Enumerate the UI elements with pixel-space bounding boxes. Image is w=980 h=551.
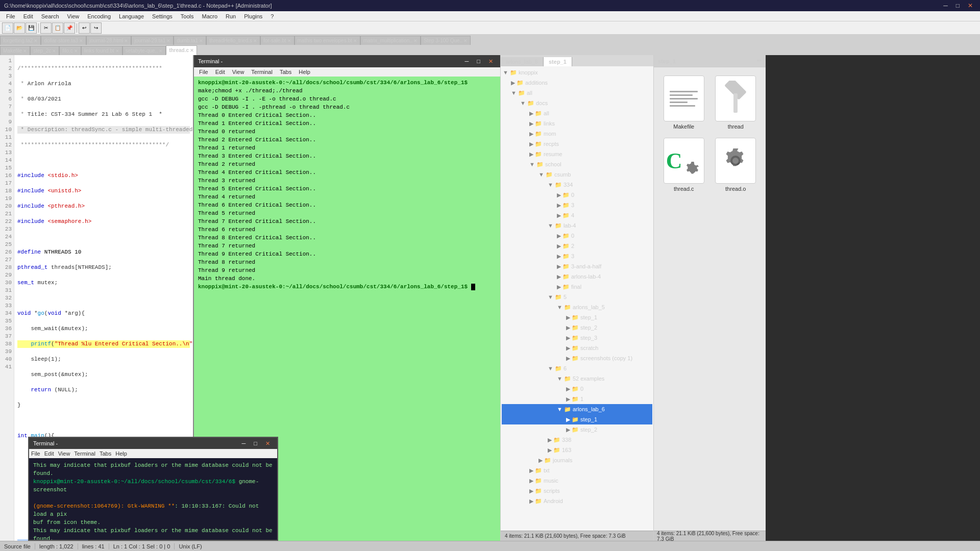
file-icon-makefile[interactable]: Makefile xyxy=(660,73,708,132)
bt-menu-terminal[interactable]: Terminal xyxy=(74,450,95,457)
tree-all[interactable]: ▼📁 all xyxy=(502,88,652,98)
bt-min[interactable]: ─ xyxy=(239,440,249,447)
maximize-btn[interactable]: □ xyxy=(953,2,963,9)
tree-final[interactable]: ▶📁 final xyxy=(502,282,652,292)
file-icon-threadc[interactable]: C thread.c xyxy=(660,136,708,194)
tree-links[interactable]: ▶📁 links xyxy=(502,118,652,129)
tab-dumb[interactable]: dumb.ta1 ✕ xyxy=(174,36,206,45)
terminal-min[interactable]: ─ xyxy=(462,58,472,65)
fm-tab-step1[interactable]: step_1 xyxy=(544,57,572,66)
tree-334-4[interactable]: ▶📁 4 xyxy=(502,210,652,220)
tree-lab4-0[interactable]: ▶📁 0 xyxy=(502,231,652,241)
menu-run[interactable]: Run xyxy=(222,12,240,20)
tab-step3[interactable]: Step 3-100 Que.. ✕ xyxy=(421,36,471,45)
tab-matrix[interactable]: matrix_multiplication.. ✕ xyxy=(360,36,421,45)
tree-3andhalf[interactable]: ▶📁 3-and-a-half xyxy=(502,261,652,271)
bt-menu-help[interactable]: Help xyxy=(115,450,127,457)
tree-music[interactable]: ▶📁 music xyxy=(502,475,652,486)
tree-lab4[interactable]: ▼📁 lab-4 xyxy=(502,220,652,231)
menu-file[interactable]: File xyxy=(2,12,19,20)
bt-menu-view[interactable]: View xyxy=(58,450,70,457)
tree-6[interactable]: ▼📁 6 xyxy=(502,363,652,373)
tree-school[interactable]: ▼📁 school xyxy=(502,159,652,169)
tree-lab5-step3[interactable]: ▶📁 step_3 xyxy=(502,333,652,343)
tree-52ex-0[interactable]: ▶📁 0 xyxy=(502,384,652,394)
term-menu-tabs[interactable]: Tabs xyxy=(277,68,295,76)
tree-knoppix[interactable]: ▼📁 knoppix xyxy=(502,67,652,78)
toolbar-new[interactable]: 📄 xyxy=(2,22,13,34)
menu-edit[interactable]: Edit xyxy=(19,12,37,20)
rp-edit-icon[interactable]: ✏ xyxy=(757,58,762,64)
tree-338[interactable]: ▶📁 338 xyxy=(502,435,652,445)
menu-view[interactable]: View xyxy=(63,12,84,20)
tree-android[interactable]: ▶📁 Android xyxy=(502,496,652,506)
tree-arlons-lab5[interactable]: ▼📁 arlons_lab_5 xyxy=(502,302,652,312)
tree-334-3[interactable]: ▶📁 3 xyxy=(502,200,652,210)
tree-arlons-lab4[interactable]: ▶📁 arlons-lab-4 xyxy=(502,271,652,282)
tree-additions[interactable]: ▶📁 additions xyxy=(502,78,652,88)
tree-journals[interactable]: ▶📁 journals xyxy=(502,455,652,465)
tab-filo[interactable]: filo.c ✕ xyxy=(59,46,81,55)
tree-lab5-screenshots[interactable]: ▶📁 screenshots (copy 1) xyxy=(502,353,652,363)
tab-for-sale[interactable]: for-sale.bt ✕ xyxy=(260,36,294,45)
tab-links-found[interactable]: links found.bt ✕ xyxy=(81,46,122,55)
tree-334[interactable]: ▼📁 334 xyxy=(502,180,652,190)
fm-tab-arlons[interactable]: arlons_lab_6 xyxy=(501,57,544,66)
term-menu-view[interactable]: View xyxy=(229,68,248,76)
tree-recpts[interactable]: ▶📁 recpts xyxy=(502,139,652,149)
term-menu-file[interactable]: File xyxy=(196,68,211,76)
toolbar-cut[interactable]: ✂ xyxy=(40,22,52,34)
bt-menu-file[interactable]: File xyxy=(31,450,40,457)
tab-step2c[interactable]: step_2c ✕ xyxy=(30,46,59,55)
tree-txt[interactable]: ▶📁 txt xyxy=(502,465,652,475)
tab-mathis[interactable]: mathis two envelopes.bt ✕ xyxy=(295,36,360,45)
tree-lab6-step2[interactable]: ▶📁 step_2 xyxy=(502,424,652,435)
toolbar-redo[interactable]: ↪ xyxy=(90,22,102,34)
terminal-close[interactable]: ✕ xyxy=(485,58,496,65)
file-icon-thread[interactable]: thread xyxy=(712,73,760,132)
tab-dollar-store[interactable]: dollar-store.ta3 ✕ xyxy=(41,36,86,45)
toolbar-paste[interactable]: 📌 xyxy=(64,22,75,34)
tab-journal-28[interactable]: journal-28.html ✕ xyxy=(86,36,131,45)
toolbar-open[interactable]: 📂 xyxy=(14,22,25,34)
tab-setabyte[interactable]: setabyte-que.. ✕ xyxy=(122,46,166,55)
bt-menu-edit[interactable]: Edit xyxy=(44,450,54,457)
menu-plugins[interactable]: Plugins xyxy=(240,12,266,20)
tree-scripts[interactable]: ▶📁 scripts xyxy=(502,486,652,496)
menu-settings[interactable]: Settings xyxy=(148,12,177,20)
tree-arlons-lab6[interactable]: ▼📁 arlons_lab_6 xyxy=(502,404,652,414)
menu-macro[interactable]: Macro xyxy=(198,12,222,20)
toolbar-undo[interactable]: ↩ xyxy=(79,22,90,34)
tree-lab5-scratch[interactable]: ▶📁 scratch xyxy=(502,343,652,353)
tree-resume[interactable]: ▶📁 resume xyxy=(502,149,652,159)
tree-mom[interactable]: ▶📁 mom xyxy=(502,129,652,139)
tree-334-0[interactable]: ▶📁 0 xyxy=(502,190,652,200)
tree-docs-all[interactable]: ▶📁 all xyxy=(502,108,652,118)
tab-makefile[interactable]: Makefile ✕ xyxy=(0,46,30,55)
tree-5[interactable]: ▼📁 5 xyxy=(502,292,652,302)
toolbar-save[interactable]: 💾 xyxy=(26,22,37,34)
tree-lab5-step2[interactable]: ▶📁 step_2 xyxy=(502,322,652,333)
minimize-btn[interactable]: ─ xyxy=(940,2,951,9)
bt-close[interactable]: ✕ xyxy=(262,440,273,447)
toolbar-copy[interactable]: 📋 xyxy=(52,22,63,34)
tab-journal-29[interactable]: journal-29.ta1 ✕ xyxy=(131,36,174,45)
menu-search[interactable]: Search xyxy=(37,12,63,20)
tree-52examples[interactable]: ▼📁 52 examples xyxy=(502,373,652,384)
tab-threadhello[interactable]: threadHello_tried.s ✕ xyxy=(206,36,260,45)
menu-encoding[interactable]: Encoding xyxy=(83,12,115,20)
menu-language[interactable]: Language xyxy=(115,12,148,20)
terminal-max[interactable]: □ xyxy=(474,58,483,65)
term-menu-edit[interactable]: Edit xyxy=(212,68,228,76)
tree-lab4-2[interactable]: ▶📁 2 xyxy=(502,241,652,251)
tree-docs[interactable]: ▼📁 docs xyxy=(502,98,652,108)
tree-52ex-1[interactable]: ▶📁 1 xyxy=(502,394,652,404)
term-menu-help[interactable]: Help xyxy=(296,68,313,76)
bt-max[interactable]: □ xyxy=(251,440,260,447)
tab-forgetting[interactable]: forgetting.ta2 ✕ xyxy=(0,36,41,45)
term-menu-terminal[interactable]: Terminal xyxy=(248,68,276,76)
file-icon-threado[interactable]: thread.o xyxy=(712,136,760,194)
tree-163[interactable]: ▶📁 163 xyxy=(502,445,652,455)
tree-lab6-step1-selected[interactable]: ▶📁 step_1 xyxy=(502,414,652,424)
menu-help[interactable]: ? xyxy=(266,12,278,20)
